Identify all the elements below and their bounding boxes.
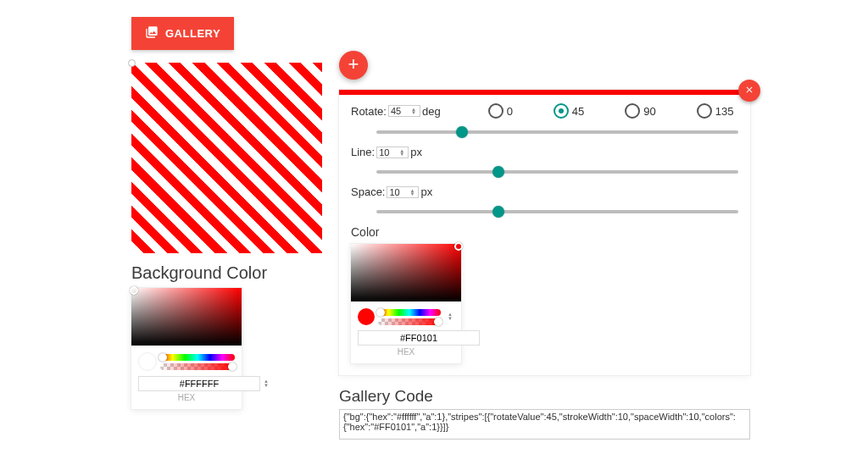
line-unit: px <box>410 146 422 158</box>
background-color-picker: ▲▼ HEX <box>131 288 242 409</box>
stripe-hue-slider[interactable] <box>378 309 441 316</box>
gallery-icon <box>145 25 159 41</box>
stripe-swatch <box>358 308 375 325</box>
add-stripe-button[interactable]: + <box>339 51 368 80</box>
space-label: Space: <box>351 185 385 198</box>
bg-hue-slider[interactable] <box>160 354 235 361</box>
gallery-button-label: GALLERY <box>165 27 220 40</box>
line-slider[interactable] <box>376 170 738 174</box>
bg-swatch <box>138 352 157 371</box>
bg-hex-label: HEX <box>138 393 235 402</box>
rotate-unit: deg <box>422 105 441 118</box>
space-control: Space: 10 ▲▼ px <box>351 185 738 213</box>
stripe-preview-pattern <box>131 63 322 253</box>
bg-hex-input[interactable] <box>138 376 260 391</box>
rotate-slider[interactable] <box>376 130 738 134</box>
close-icon <box>744 85 754 97</box>
stripe-alpha-thumb[interactable] <box>434 318 442 326</box>
rotate-value-input[interactable]: 45 ▲▼ <box>388 105 420 117</box>
rotate-radio-135[interactable]: 135 <box>697 103 734 119</box>
bg-format-toggle[interactable]: ▲▼ <box>264 379 269 388</box>
rotate-label: Rotate: <box>351 105 387 118</box>
stripe-preview <box>131 63 322 253</box>
preview-resize-handle[interactable] <box>128 59 136 67</box>
stripe-hex-input[interactable] <box>358 330 480 346</box>
stripe-alpha-slider[interactable] <box>378 318 441 325</box>
gallery-code-textarea[interactable] <box>339 409 750 440</box>
rotate-slider-thumb[interactable] <box>456 126 468 138</box>
rotate-radio-90[interactable]: 90 <box>625 103 655 119</box>
space-stepper[interactable]: ▲▼ <box>409 189 416 196</box>
line-value-input[interactable]: 10 ▲▼ <box>376 147 409 158</box>
bg-alpha-slider[interactable] <box>160 363 235 370</box>
stripe-color-title: Color <box>351 225 738 239</box>
gallery-code-title: Gallery Code <box>339 387 750 406</box>
line-label: Line: <box>351 146 375 158</box>
remove-stripe-button[interactable] <box>738 80 760 102</box>
stripe-color-picker: ▲▼ HEX <box>351 244 461 363</box>
space-unit: px <box>420 185 432 198</box>
bg-saturation-cursor[interactable] <box>130 286 138 295</box>
rotate-radio-45[interactable]: 45 <box>554 103 584 119</box>
rotate-radio-0[interactable]: 0 <box>488 103 513 119</box>
bg-hue-thumb[interactable] <box>159 353 167 362</box>
gallery-button[interactable]: GALLERY <box>131 17 234 50</box>
stripe-panel: Rotate: 45 ▲▼ deg 0 45 90 135 <box>339 90 750 375</box>
line-control: Line: 10 ▲▼ px <box>351 146 738 174</box>
stripe-hue-thumb[interactable] <box>376 308 385 317</box>
stripe-hex-label: HEX <box>358 347 454 357</box>
stripe-format-toggle[interactable]: ▲▼ <box>448 312 454 321</box>
stripe-saturation-cursor[interactable] <box>454 242 463 251</box>
bg-alpha-thumb[interactable] <box>228 362 236 371</box>
space-slider[interactable] <box>376 210 738 213</box>
line-stepper[interactable]: ▲▼ <box>399 149 406 156</box>
space-slider-thumb[interactable] <box>492 206 504 218</box>
line-slider-thumb[interactable] <box>492 166 504 178</box>
background-color-title: Background Color <box>131 263 322 283</box>
bg-saturation-area[interactable] <box>131 288 242 346</box>
rotate-stepper[interactable]: ▲▼ <box>411 108 418 114</box>
space-value-input[interactable]: 10 ▲▼ <box>387 186 419 198</box>
stripe-saturation-area[interactable] <box>351 244 461 301</box>
rotate-control: Rotate: 45 ▲▼ deg 0 45 90 135 <box>351 103 738 134</box>
